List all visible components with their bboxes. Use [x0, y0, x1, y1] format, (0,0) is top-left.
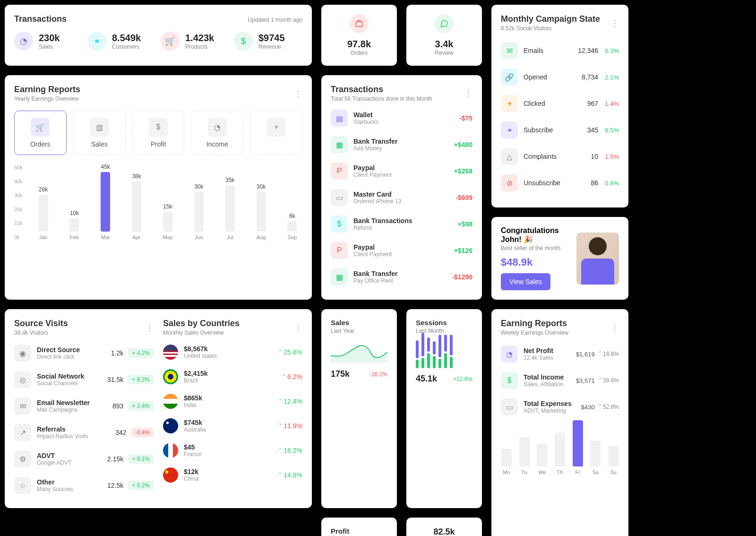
campaign-value: 967: [572, 100, 598, 107]
dollar-icon: $: [501, 372, 518, 389]
pie-icon: ◔: [14, 32, 33, 51]
bar-value-label: 30k: [257, 183, 266, 190]
bar-col: 30k Jun: [189, 183, 209, 240]
expenses-value: 82.5k: [416, 527, 472, 536]
link-icon: 🔗: [501, 69, 518, 86]
source-visits-card: Source Visits 38.4k Visitors ⋯ ◉ Direct …: [5, 309, 312, 508]
stat-value: 1.423k: [185, 33, 214, 43]
earn-tab-orders[interactable]: 🛒 Orders: [14, 111, 67, 155]
stat-item: ⚭ 8.549k Customers: [87, 32, 156, 51]
week-label: Th: [554, 469, 566, 475]
source-name: ADVT: [37, 452, 107, 459]
source-name: Referrals: [37, 425, 115, 433]
sales-spark-value: 175k: [331, 369, 350, 379]
bar-value-label: 38k: [132, 173, 141, 180]
bar: [163, 212, 172, 232]
country-name: India: [184, 402, 279, 408]
sessions-title: Sessions: [416, 319, 472, 327]
bar-col: 45k Mar: [95, 164, 116, 240]
weekly-name: Total Income: [524, 373, 576, 381]
earn-tab-add[interactable]: +: [250, 111, 302, 155]
earning-yearly-sub: Yearly Earnings Overview: [14, 95, 80, 102]
country-name: Brazil: [184, 377, 283, 384]
stat-value: 8.549k: [112, 33, 141, 43]
country-row: $8,567kUnited states ˄25.8%: [163, 340, 302, 364]
bank-icon: ▦: [331, 268, 348, 285]
country-pct: ˄25.8%: [279, 348, 302, 356]
country-name: China: [184, 475, 279, 482]
star-icon: ☆: [14, 477, 31, 494]
campaign-title: Monthly Campaign State: [501, 14, 600, 24]
source-name: Email Newsletter: [37, 399, 112, 406]
country-row: $45France ˄16.2%: [163, 438, 302, 463]
source-row: ⚙ ADVTGoogle ADVT 2.15k + 9.1%: [14, 446, 154, 472]
bar-category: Apr: [133, 234, 141, 240]
orders-mini-label: Orders: [331, 50, 387, 56]
trans-month-title: Transactions: [331, 85, 432, 95]
cart-icon: 🛒: [31, 118, 50, 137]
transaction-name: Bank Transfer: [353, 270, 452, 277]
svg-rect-0: [356, 22, 362, 26]
source-title: Source Visits: [14, 319, 68, 329]
bar-value-label: 10k: [70, 210, 79, 216]
transaction-name: Bank Transactions: [353, 217, 457, 225]
weekly-desc: Sales, Affiliation: [524, 381, 576, 388]
week-bar: [501, 449, 512, 467]
earn-tab-income[interactable]: ◔ Income: [191, 111, 243, 155]
transaction-amount: +$268: [454, 167, 472, 175]
menu-dots-icon[interactable]: ⋯: [293, 90, 304, 97]
menu-dots-icon[interactable]: ⋯: [610, 324, 620, 331]
alert-icon: △: [501, 148, 518, 165]
bar-icon: ▥: [90, 118, 109, 137]
weekly-amount: $1,619: [576, 351, 595, 358]
weekly-bar-chart: Mo Tu We Th Fr Sa Su: [501, 428, 619, 475]
stat-label: Revenue: [258, 43, 285, 50]
earning-yearly-card: Earning Reports Yearly Earnings Overview…: [5, 75, 312, 300]
country-pct: ˄16.2%: [279, 447, 302, 454]
bar-col: 8k Sep: [282, 213, 302, 240]
week-label: Su: [608, 469, 619, 475]
bar-col: 30k Aug: [251, 183, 271, 240]
country-name: United states: [184, 353, 279, 359]
countries-title: Sales by Countries: [163, 319, 240, 329]
users-icon: ⚭: [87, 32, 106, 51]
transaction-desc: Pay Office Rent: [353, 277, 452, 284]
flag-au-icon: [163, 418, 178, 433]
source-value: 31.5k: [107, 376, 123, 383]
bar-category: Jul: [227, 234, 233, 240]
menu-dots-icon[interactable]: ⋯: [293, 324, 304, 331]
weekly-amount: $430: [581, 404, 595, 411]
dollar-icon: $: [234, 32, 253, 51]
review-mini-card: 3.4k Review: [406, 5, 482, 66]
earn-tab-profit[interactable]: $ Profit: [132, 111, 185, 155]
sessions-value: 45.1k: [416, 374, 437, 384]
country-amount: $865k: [184, 394, 279, 402]
menu-dots-icon[interactable]: ⋯: [464, 90, 474, 97]
users-icon: ⚭: [501, 121, 518, 138]
paypal-icon: P: [331, 163, 348, 180]
menu-dots-icon[interactable]: ⋯: [610, 19, 620, 27]
earn-tab-sales[interactable]: ▥ Sales: [73, 111, 126, 155]
card-icon: ▭: [501, 398, 518, 415]
menu-dots-icon[interactable]: ⋯: [145, 324, 155, 331]
campaign-label: Clicked: [524, 100, 572, 107]
campaign-value: 12,346: [572, 47, 598, 54]
stat-item: 🛒 1.423k Products: [161, 32, 229, 51]
country-amount: $12k: [184, 468, 279, 475]
congrats-amount: $48.9k: [501, 256, 571, 268]
mail-icon: ✉: [14, 398, 31, 415]
bar-category: Feb: [70, 234, 79, 240]
campaign-row: ✉ Emails 12,346 0.3%: [501, 37, 619, 64]
source-value: 893: [112, 402, 123, 410]
view-sales-button[interactable]: View Sales: [501, 273, 550, 290]
source-desc: Impact Radius Visits: [37, 433, 115, 440]
stat-item: $ $9745 Revenue: [234, 32, 302, 51]
flag-fr-icon: [163, 443, 178, 458]
source-pct-badge: + 6.2%: [128, 481, 154, 490]
bar-value-label: 30k: [194, 183, 203, 190]
transaction-row: $ Bank TransactionsRefund +$98: [331, 211, 472, 237]
wallet-icon: ▤: [331, 110, 348, 127]
campaign-label: Emails: [524, 47, 572, 54]
campaign-card: Monthly Campaign State 8.52k Social Visi…: [491, 5, 628, 207]
week-bar-col: Sa: [590, 441, 601, 475]
